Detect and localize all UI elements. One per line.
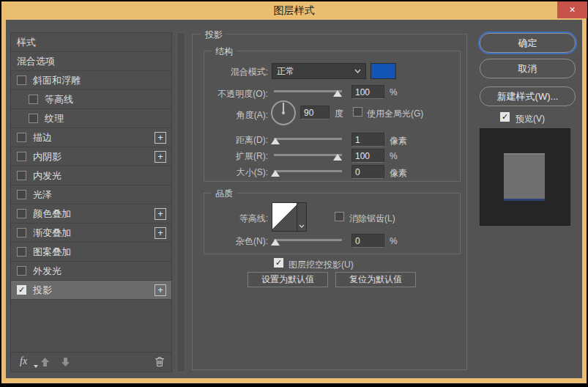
sidebar-item-blending-options[interactable]: ✓ 混合选项 + [11,52,171,71]
sidebar-item-label: 混合选项 [17,55,55,68]
angle-input[interactable] [300,106,330,119]
spread-slider[interactable] [274,154,342,156]
style-checkbox[interactable]: ✓ [17,247,26,257]
sidebar-item-styles[interactable]: ✓ 样式 + [11,33,171,52]
move-effect-up-button[interactable] [40,357,50,370]
spread-label: 扩展(R): [204,150,268,163]
size-input[interactable] [351,165,384,179]
sidebar-item-gradient-overlay[interactable]: ✓ 渐变叠加 + [11,224,171,243]
sidebar-item-outer-glow[interactable]: ✓ 外发光 + [11,262,171,281]
add-effect-button[interactable]: + [155,132,166,144]
sidebar-item-satin[interactable]: ✓ 光泽 + [11,185,171,204]
opacity-unit: % [390,87,398,97]
angle-hub [282,111,285,114]
fx-caret-icon [34,365,38,368]
sidebar-item-label: 斜面和浮雕 [33,74,81,87]
style-checkbox[interactable]: ✓ [17,133,26,142]
contour-dropdown[interactable] [297,203,306,231]
style-checkbox[interactable]: ✓ [17,152,26,161]
sidebar-item-inner-glow[interactable]: ✓ 内发光 + [11,166,171,185]
opacity-slider[interactable] [274,90,342,92]
global-light-checkbox[interactable]: ✓ [353,107,362,117]
size-unit: 像素 [390,167,407,180]
drop-shadow-panel: 投影 结构 混合模式: 正常 不透明度(O): % 角度(A): [192,34,467,370]
sidebar-item-label: 光泽 [33,188,52,202]
add-effect-button[interactable]: + [155,208,166,220]
sidebar-item-label: 内阴影 [33,150,62,163]
spread-slider-thumb[interactable] [333,154,342,161]
fx-menu-button[interactable]: fx [20,355,27,367]
style-checkbox[interactable]: ✓ [17,209,26,218]
trash-icon [155,356,165,367]
global-light-label: 使用全局光(G) [367,108,423,120]
distance-unit: 像素 [390,135,407,147]
styles-list: ✓ 样式 + ✓ 混合选项 + ✓ 斜面和浮雕 + ✓ 等高线 + ✓ 纹理 [10,32,172,372]
preview-checkbox[interactable]: ✓ [500,112,510,122]
style-checkbox[interactable]: ✓ [29,114,38,123]
titlebar[interactable]: 图层样式 × [1,1,587,20]
contour-label: 等高线: [204,213,268,225]
contour-thumbnail [272,203,297,231]
sidebar-item-drop-shadow[interactable]: ✓ 投影 + [11,281,171,300]
size-slider-thumb[interactable] [271,170,280,177]
distance-slider-thumb[interactable] [271,138,280,144]
sidebar-item-bevel-emboss[interactable]: ✓ 斜面和浮雕 + [11,71,171,90]
anti-alias-checkbox[interactable]: ✓ [335,212,344,221]
styles-list-footer: fx [11,352,171,372]
sidebar-item-texture[interactable]: ✓ 纹理 + [11,109,171,128]
style-checkbox[interactable]: ✓ [17,190,26,199]
sidebar-item-label: 样式 [17,36,36,49]
noise-slider-thumb[interactable] [271,239,280,246]
opacity-slider-thumb[interactable] [333,90,342,97]
new-style-button[interactable]: 新建样式(W)... [480,86,576,106]
move-effect-down-button[interactable] [61,357,70,370]
sidebar-item-color-overlay[interactable]: ✓ 颜色叠加 + [11,204,171,224]
shadow-color-swatch[interactable] [371,63,396,79]
sidebar-item-stroke[interactable]: ✓ 描边 + [11,128,171,147]
add-effect-button[interactable]: + [155,227,166,239]
style-checkbox[interactable]: ✓ [17,266,26,276]
opacity-input[interactable] [351,85,384,99]
ok-button[interactable]: 确定 [480,33,576,53]
set-default-button[interactable]: 设置为默认值 [248,272,328,287]
style-checkbox[interactable]: ✓ [17,171,26,180]
spread-input[interactable] [351,149,384,163]
noise-unit: % [390,236,398,246]
close-button[interactable]: × [557,1,587,18]
sidebar-item-label: 图案叠加 [33,246,71,259]
style-checkbox[interactable]: ✓ [17,75,26,85]
distance-slider[interactable] [274,138,342,140]
sidebar-item-contour[interactable]: ✓ 等高线 + [11,90,171,109]
knockout-checkbox[interactable]: ✓ [274,258,283,268]
size-slider[interactable] [274,170,342,172]
quality-group: 品质 等高线: ✓ 消除锯齿(L) 杂色(N): % [204,193,461,254]
noise-input[interactable] [351,234,384,248]
blend-mode-select[interactable]: 正常 [272,63,366,79]
arrow-up-icon [40,357,50,367]
style-checkbox[interactable]: ✓ [17,228,26,237]
chevron-down-icon [299,224,305,228]
add-effect-button[interactable]: + [155,284,166,296]
angle-dial[interactable] [271,100,296,125]
blend-mode-label: 混合模式: [204,66,268,78]
blend-mode-value: 正常 [277,65,354,78]
sidebar-item-inner-shadow[interactable]: ✓ 内阴影 + [11,147,171,166]
styles-list-scrollbar[interactable] [176,32,185,372]
sidebar-item-pattern-overlay[interactable]: ✓ 图案叠加 + [11,243,171,262]
preview-label: 预览(V) [516,113,545,125]
delete-effect-button[interactable] [155,356,165,370]
noise-slider[interactable] [274,239,342,241]
style-checkbox[interactable]: ✓ [29,95,38,104]
sidebar-item-label: 纹理 [45,112,64,125]
contour-picker[interactable] [272,202,307,232]
cancel-button[interactable]: 取消 [480,59,576,78]
style-preview-square [504,153,545,201]
sidebar-item-label: 投影 [33,284,52,297]
add-effect-button[interactable]: + [155,151,166,163]
distance-input[interactable] [351,133,384,147]
style-preview [480,128,570,226]
style-checkbox[interactable]: ✓ [17,285,26,295]
sidebar-item-label: 内发光 [33,169,62,183]
noise-label: 杂色(N): [204,235,268,248]
reset-default-button[interactable]: 复位为默认值 [335,272,416,287]
